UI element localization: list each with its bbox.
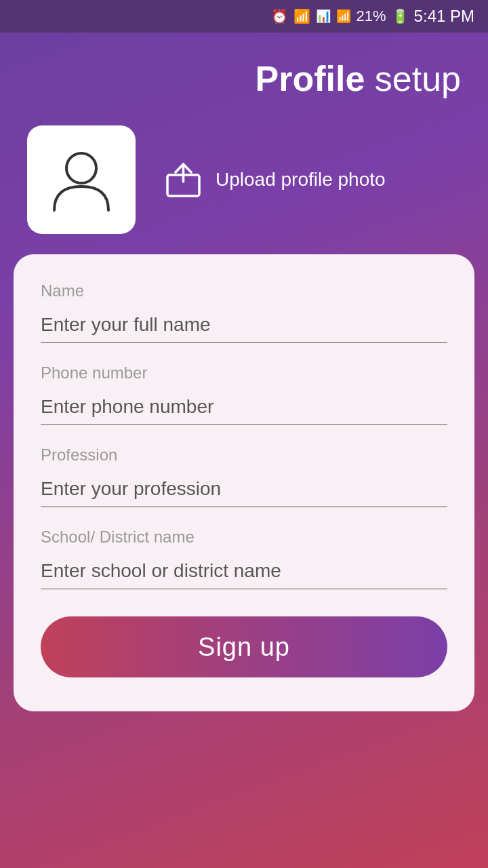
- signal-icon-2: 📶: [336, 9, 351, 24]
- wifi-icon: 📶: [293, 8, 310, 24]
- page-title-bold: Profile: [256, 59, 365, 98]
- avatar-placeholder-icon: [44, 142, 119, 217]
- profession-label: Profession: [41, 446, 447, 465]
- page-header: Profile setup: [0, 33, 488, 119]
- signal-icon-1: 📊: [316, 9, 331, 24]
- school-input[interactable]: [41, 555, 447, 589]
- name-label: Name: [41, 281, 447, 300]
- clock: 5:41 PM: [414, 7, 474, 26]
- svg-point-0: [66, 153, 96, 183]
- upload-photo-button[interactable]: Upload profile photo: [163, 159, 386, 200]
- battery-icon: 🔋: [392, 8, 409, 24]
- battery-percent: 21%: [357, 7, 386, 25]
- alarm-icon: ⏰: [271, 8, 288, 24]
- school-field-group: School/ District name: [41, 528, 447, 589]
- form-card: Name Phone number Profession School/ Dis…: [14, 254, 474, 711]
- upload-icon: [163, 159, 203, 200]
- profession-field-group: Profession: [41, 446, 447, 507]
- profession-input[interactable]: [41, 473, 447, 507]
- page-title-normal: setup: [365, 59, 461, 98]
- avatar: [27, 125, 136, 234]
- phone-field-group: Phone number: [41, 363, 447, 425]
- name-field-group: Name: [41, 281, 447, 343]
- signup-button[interactable]: Sign up: [41, 616, 447, 677]
- status-bar-content: ⏰ 📶 📊 📶 21% 🔋 5:41 PM: [271, 7, 474, 26]
- page-title: Profile setup: [27, 60, 461, 98]
- name-input[interactable]: [41, 309, 447, 343]
- phone-label: Phone number: [41, 363, 447, 382]
- upload-label: Upload profile photo: [216, 169, 386, 191]
- school-label: School/ District name: [41, 528, 447, 547]
- avatar-section: Upload profile photo: [0, 119, 488, 254]
- phone-input[interactable]: [41, 391, 447, 425]
- status-bar: ⏰ 📶 📊 📶 21% 🔋 5:41 PM: [0, 0, 488, 33]
